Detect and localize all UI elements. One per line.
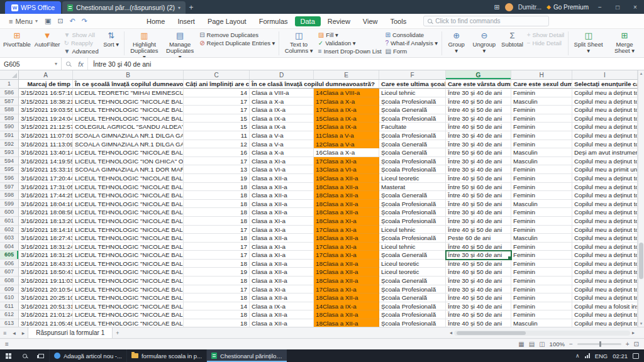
column-header-E[interactable]: E <box>314 70 379 79</box>
cell-F589[interactable]: Școala Profesională <box>379 114 446 123</box>
task-view-button[interactable] <box>33 349 49 362</box>
clock[interactable]: 02:21 <box>613 353 628 359</box>
cell-I608[interactable]: Copilul meu a deținut tot t <box>572 277 638 285</box>
cell-C592[interactable]: 12 <box>184 140 250 149</box>
zoom-slider[interactable] <box>577 343 621 345</box>
cell-D604[interactable]: Clasa a XI-a <box>250 243 314 251</box>
wps-office-home-tab[interactable]: W WPS Office <box>5 1 61 14</box>
row-header-603[interactable]: 603 <box>0 234 19 243</box>
cell-E598[interactable]: 18Clasa a XII-a <box>314 191 379 200</box>
notification-center-icon[interactable] <box>633 353 639 359</box>
cell-D605[interactable]: Clasa a XI-a <box>250 251 314 260</box>
split-sheet-button[interactable]: ◫Split Sheet ▾ <box>570 30 606 54</box>
cell-D591[interactable]: Clasa a V-a <box>250 131 314 140</box>
tab-tools[interactable]: Tools <box>385 16 413 26</box>
cell-F609[interactable]: Școala Profesională <box>379 285 446 294</box>
cell-E609[interactable]: 17Clasa a XI-a <box>314 285 379 294</box>
cell-B604[interactable]: LICEUL TEHNOLOGIC "NICOLAE BALCES <box>73 243 184 251</box>
cell-B592[interactable]: SCOALA GIMNAZIALA NR.1 DILGA GARA <box>73 140 184 149</box>
user-name-label[interactable]: Dumitr... <box>518 4 541 11</box>
row-header-607[interactable]: 607 <box>0 268 19 277</box>
cell-C607[interactable]: 19 <box>184 268 250 277</box>
cell-G612[interactable]: Între 40 și 50 de ani <box>446 310 511 319</box>
cell-A595[interactable]: 3/16/2021 15:33:19 <box>19 165 73 174</box>
cell-D602[interactable]: Clasa a XI-a <box>250 226 314 234</box>
row-header-596[interactable]: 596 <box>0 174 19 183</box>
cell-B597[interactable]: LICEUL TEHNOLOGIC "NICOLAE BALCES <box>73 183 184 192</box>
insert-drop-down-list-button[interactable]: ≡Insert Drop-Down List <box>316 47 384 55</box>
remove-duplicates-button[interactable]: ⊟Remove Duplicates <box>197 31 277 39</box>
formula-content[interactable]: Între 30 și 40 de ani <box>88 58 644 70</box>
cell-G588[interactable]: Între 40 și 50 de ani <box>446 106 511 114</box>
cell-I592[interactable]: Copilul meu a deținut tot t <box>572 140 638 149</box>
cell-B591[interactable]: SCOALA GIMNAZIALA NR.1 DILGA GARA <box>73 131 184 140</box>
cell-C597[interactable]: 18 <box>184 183 250 192</box>
cell-A586[interactable]: 3/15/2021 16:57:16 <box>19 89 73 97</box>
cell-F590[interactable]: Facultate <box>379 123 446 131</box>
cell-F613[interactable]: Școala Profesională <box>379 319 446 327</box>
autofilter-button[interactable]: ▼AutoFilter <box>33 30 62 48</box>
row-header-605[interactable]: 605 <box>0 251 19 260</box>
add-sheet-button[interactable]: + <box>113 330 122 336</box>
cell-B606[interactable]: LICEUL TEHNOLOGIC "NICOLAE BALCES <box>73 260 184 268</box>
row-header-606[interactable]: 606 <box>0 260 19 268</box>
cell-F591[interactable]: Școala Profesională <box>379 131 446 140</box>
maximize-button[interactable]: □ <box>611 0 624 14</box>
cell-H611[interactable]: Feminin <box>511 302 572 311</box>
row-header-592[interactable]: 592 <box>0 140 19 149</box>
cell-C605[interactable]: 17 <box>184 251 250 260</box>
cell-G606[interactable]: Între 40 și 50 de ani <box>446 260 511 268</box>
cell-G586[interactable]: Între 30 și 40 de ani <box>446 89 511 97</box>
row-header-601[interactable]: 601 <box>0 217 19 226</box>
cell-B611[interactable]: LICEUL TEHNOLOGIC "NICOLAE BALCES <box>73 302 184 311</box>
cell-H607[interactable]: Feminin <box>511 268 572 277</box>
cell-B610[interactable]: LICEUL TEHNOLOGIC "NICOLAE BALCES <box>73 293 184 302</box>
fullscreen-icon[interactable]: ⊡ <box>634 341 639 348</box>
form-button[interactable]: ▤Form <box>384 47 440 55</box>
cell-B602[interactable]: LICEUL TEHNOLOGIC "NICOLAE BALCES <box>73 226 184 234</box>
cell-F611[interactable]: Școala Profesională <box>379 302 446 311</box>
cell-E586[interactable]: 14Clasa a VIII-a <box>314 89 379 97</box>
cell-I609[interactable]: Copilul meu a deținut tot t <box>572 285 638 294</box>
column-header-D[interactable]: D <box>250 70 314 79</box>
cell-G598[interactable]: Între 40 și 50 de ani <box>446 191 511 200</box>
horizontal-scroll-thumb[interactable] <box>457 331 526 335</box>
cell-D603[interactable]: Clasa a XII-a <box>250 234 314 243</box>
cell-I598[interactable]: Copilul meu a deținut tot t <box>572 191 638 200</box>
highlight-duplicates-button[interactable]: ▥Highlight Duplicates ▾ <box>126 30 163 58</box>
cell-C601[interactable]: 18 <box>184 217 250 226</box>
cell-I612[interactable]: Copilul meu a deținut tot t <box>572 310 638 319</box>
cell-H613[interactable]: Masculin <box>511 319 572 327</box>
pivottable-button[interactable]: ⊞PivotTable <box>1 30 33 48</box>
cell-E605[interactable]: 17Clasa a XI-a <box>314 251 379 260</box>
cell-C589[interactable]: 15 <box>184 114 250 123</box>
cell-G604[interactable]: Între 40 și 50 de ani <box>446 243 511 251</box>
cell-D608[interactable]: Clasa a XII-a <box>250 277 314 285</box>
cell-F607[interactable]: Liceul teoretic <box>379 268 446 277</box>
cell-B599[interactable]: LICEUL TEHNOLOGIC "NICOLAE BALCES <box>73 200 184 209</box>
sort-button[interactable]: ⇅Sort ▾ <box>101 30 122 48</box>
cell-F610[interactable]: Școala Generală <box>379 293 446 302</box>
cell-C613[interactable]: 18 <box>184 319 250 327</box>
command-search-box[interactable]: Click to find commands <box>423 16 549 26</box>
cell-B586[interactable]: LICEUL TEORETIC "MIHAI EMINESCU" CA <box>73 89 184 97</box>
reapply-button[interactable]: ↻Reapply <box>62 39 101 47</box>
cell-I597[interactable]: Copilul meu a deținut tot t <box>572 183 638 192</box>
cell-C609[interactable]: 17 <box>184 285 250 294</box>
cell-E610[interactable]: 18Clasa a XII-a <box>314 293 379 302</box>
cell-B603[interactable]: LICEUL TEHNOLOGIC "NICOLAE BALCES <box>73 234 184 243</box>
cell-G594[interactable]: Între 30 și 40 de ani <box>446 157 511 166</box>
cell-A599[interactable]: 3/16/2021 18:04:16 <box>19 200 73 209</box>
cell-E592[interactable]: 12Clasa a V-a <box>314 140 379 149</box>
cell-C586[interactable]: 14 <box>184 89 250 97</box>
cell-G596[interactable]: Între 40 și 50 de ani <box>446 174 511 183</box>
cell-E602[interactable]: 17Clasa a XI-a <box>314 226 379 234</box>
cell-F594[interactable]: Școala Profesională <box>379 157 446 166</box>
cell-G592[interactable]: Între 30 și 40 de ani <box>446 140 511 149</box>
cell-B594[interactable]: LICEUL TEHNOLOGIC "ION GHICA" OLTE <box>73 157 184 166</box>
cell-E607[interactable]: 19Clasa a XII-a <box>314 268 379 277</box>
cell-H609[interactable]: Feminin <box>511 285 572 294</box>
close-button[interactable]: × <box>629 0 641 14</box>
row-header-588[interactable]: 588 <box>0 106 19 114</box>
row-header-602[interactable]: 602 <box>0 226 19 234</box>
